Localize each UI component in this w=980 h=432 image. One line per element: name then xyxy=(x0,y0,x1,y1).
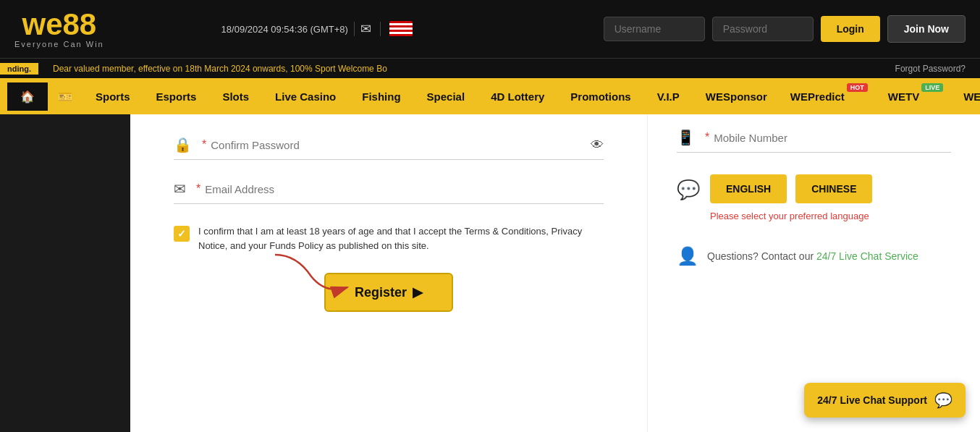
nav-home-button[interactable]: 🏠 xyxy=(7,82,48,111)
nav-bar: 🏠 🎫 Sports Esports Slots Live Casino Fis… xyxy=(0,78,980,114)
email-icon: ✉ xyxy=(174,180,186,198)
live-chat-widget[interactable]: 24/7 Live Chat Support 💬 xyxy=(804,383,966,418)
ticker-content: Dear valued member, effective on 18th Ma… xyxy=(38,64,402,74)
nav-esports[interactable]: Esports xyxy=(143,78,210,114)
divider xyxy=(354,22,355,36)
required-star-email: * xyxy=(196,182,200,195)
nav-wetv[interactable]: WETV LIVE xyxy=(878,78,953,114)
nav-wetv-label: WETV xyxy=(888,90,919,103)
confirm-password-input[interactable] xyxy=(211,139,591,151)
header-center: 18/09/2024 09:54:36 (GMT+8) ✉ xyxy=(221,21,413,37)
gift-icon: 🎫 xyxy=(58,90,72,103)
confirm-password-field: 🔒 * 👁 xyxy=(174,136,604,160)
logo-88: 88 xyxy=(63,7,97,41)
chat-support-text: Questions? Contact our 24/7 Live Chat Se… xyxy=(707,250,918,262)
english-button[interactable]: ENGLISH xyxy=(710,174,787,203)
flag-malaysia[interactable] xyxy=(389,21,413,37)
chat-support-link[interactable]: 24/7 Live Chat Service xyxy=(816,250,918,262)
home-icon: 🏠 xyxy=(20,90,35,103)
nav-wepredict[interactable]: WEPredict HOT xyxy=(780,78,878,114)
nav-slots[interactable]: Slots xyxy=(209,78,262,114)
ticker-prefix: nding. xyxy=(0,63,38,75)
username-input[interactable] xyxy=(604,17,705,41)
header-icons: ✉ xyxy=(360,21,413,37)
terms-checkbox-area: ✓ I confirm that I am at least 18 years … xyxy=(174,224,604,253)
chinese-button[interactable]: CHINESE xyxy=(795,174,872,203)
nav-gift-button[interactable]: 🎫 xyxy=(48,82,83,111)
nav-wespin[interactable]: WESpin NEW xyxy=(953,78,980,114)
nav-sports[interactable]: Sports xyxy=(83,78,143,114)
nav-live-casino[interactable]: Live Casino xyxy=(262,78,349,114)
forgot-password[interactable]: Forgot Password? xyxy=(895,64,980,74)
logo: we88 Everyone Can Win xyxy=(14,9,104,48)
email-field: ✉ * xyxy=(174,180,604,204)
mobile-field: 📱 * xyxy=(677,129,951,153)
mobile-input[interactable] xyxy=(714,132,951,144)
logo-tagline: Everyone Can Win xyxy=(14,40,104,48)
nav-wespin-label: WESpin xyxy=(963,90,980,103)
chat-bubble-icon: 💬 xyxy=(934,391,952,409)
registration-form: 🔒 * 👁 ✉ * ✓ I confirm that I am at least… xyxy=(130,114,647,432)
chat-support: 👤 Questions? Contact our 24/7 Live Chat … xyxy=(677,246,951,266)
nav-4d-lottery[interactable]: 4D Lottery xyxy=(478,78,557,114)
required-star-mobile: * xyxy=(705,131,709,144)
chat-support-icon: 👤 xyxy=(677,246,698,266)
nav-vip[interactable]: V.I.P xyxy=(644,78,693,114)
header: we88 Everyone Can Win 18/09/2024 09:54:3… xyxy=(0,0,980,58)
live-chat-label: 24/7 Live Chat Support xyxy=(817,394,927,406)
red-arrow xyxy=(253,247,369,305)
register-arrow-icon: ▶ xyxy=(413,284,423,300)
nav-special[interactable]: Special xyxy=(414,78,478,114)
login-button[interactable]: Login xyxy=(821,16,880,42)
language-buttons-container: ENGLISH CHINESE Please select your prefe… xyxy=(710,174,872,239)
datetime: 18/09/2024 09:54:36 (GMT+8) xyxy=(221,24,348,35)
register-section: Register ▶ xyxy=(174,273,604,312)
required-star-password: * xyxy=(202,138,206,151)
logo-text: we88 xyxy=(22,9,96,40)
header-right: Login Join Now xyxy=(604,15,966,43)
language-icon: 💬 xyxy=(677,179,700,201)
lock-icon: 🔒 xyxy=(174,136,192,153)
mobile-icon: 📱 xyxy=(677,129,695,146)
nav-promotions[interactable]: Promotions xyxy=(557,78,643,114)
language-section: 💬 ENGLISH CHINESE Please select your pre… xyxy=(677,174,951,239)
divider2 xyxy=(380,22,381,36)
nav-wesponsor[interactable]: WESponsor xyxy=(693,78,780,114)
sidebar-left xyxy=(0,114,130,432)
password-input[interactable] xyxy=(712,17,814,41)
checkmark-icon: ✓ xyxy=(177,228,186,240)
terms-checkbox[interactable]: ✓ xyxy=(174,226,190,242)
chat-text: Questions? Contact our xyxy=(707,250,814,262)
email-input[interactable] xyxy=(205,183,604,195)
logo-we: we xyxy=(22,7,62,41)
eye-icon[interactable]: 👁 xyxy=(591,137,604,153)
ticker-bar: nding. Dear valued member, effective on … xyxy=(0,58,980,78)
nav-wepredict-label: WEPredict xyxy=(790,90,845,103)
language-buttons: ENGLISH CHINESE xyxy=(710,174,872,203)
envelope-icon[interactable]: ✉ xyxy=(360,21,371,37)
join-now-button[interactable]: Join Now xyxy=(887,15,966,43)
language-warning: Please select your preferred language xyxy=(710,211,872,221)
live-badge: LIVE xyxy=(921,83,943,92)
hot-badge: HOT xyxy=(847,83,868,92)
nav-fishing[interactable]: Fishing xyxy=(349,78,413,114)
